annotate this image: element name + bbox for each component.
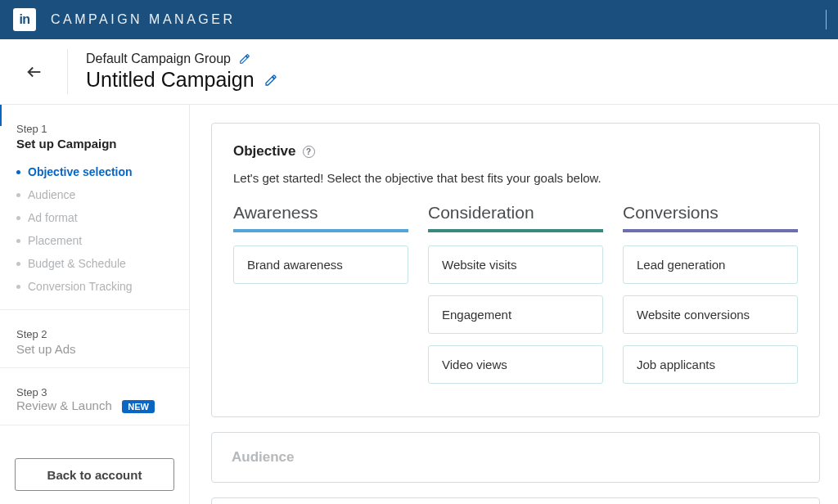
step-label: Step 2 xyxy=(16,328,173,340)
option-job-applicants[interactable]: Job applicants xyxy=(623,345,798,384)
column-rule xyxy=(233,229,408,232)
main-panel: Objective ? Let's get started! Select th… xyxy=(190,105,838,504)
objective-subtitle: Let's get started! Select the objective … xyxy=(233,171,798,185)
step-3-block[interactable]: Step 3 Review & Launch NEW xyxy=(0,368,189,425)
back-button[interactable] xyxy=(23,61,46,83)
column-rule xyxy=(428,229,603,232)
edit-group-icon[interactable] xyxy=(239,53,250,65)
option-brand-awareness[interactable]: Brand awareness xyxy=(233,245,408,284)
step-title: Review & Launch xyxy=(16,398,112,412)
campaign-name: Untitled Campaign xyxy=(86,68,255,92)
substep-conversion-tracking[interactable]: Conversion Tracking xyxy=(16,275,173,298)
step-title: Set up Campaign xyxy=(16,137,173,151)
column-heading: Conversions xyxy=(623,203,798,229)
option-website-conversions[interactable]: Website conversions xyxy=(623,295,798,334)
step-2-block[interactable]: Step 2 Set up Ads xyxy=(0,310,189,368)
linkedin-logo: in xyxy=(13,8,36,31)
ad-format-card[interactable]: Ad format xyxy=(211,497,820,504)
option-lead-generation[interactable]: Lead generation xyxy=(623,245,798,284)
collapsed-card-title: Audience xyxy=(232,449,800,466)
audience-card[interactable]: Audience xyxy=(211,432,820,483)
substep-list: Objective selection Audience Ad format P… xyxy=(16,160,173,298)
campaign-header: Default Campaign Group Untitled Campaign xyxy=(0,39,838,105)
column-rule xyxy=(623,229,798,232)
substep-placement[interactable]: Placement xyxy=(16,229,173,252)
substep-ad-format[interactable]: Ad format xyxy=(16,206,173,229)
column-heading: Consideration xyxy=(428,203,603,229)
objective-title: Objective xyxy=(233,143,296,160)
back-to-account-button[interactable]: Back to account xyxy=(15,458,174,491)
campaign-group-name: Default Campaign Group xyxy=(86,52,231,66)
objective-card: Objective ? Let's get started! Select th… xyxy=(211,123,820,417)
option-website-visits[interactable]: Website visits xyxy=(428,245,603,284)
top-bar: in CAMPAIGN MANAGER xyxy=(0,0,838,39)
option-video-views[interactable]: Video views xyxy=(428,345,603,384)
step-label: Step 1 xyxy=(16,123,173,135)
header-divider xyxy=(67,49,68,94)
step-title: Set up Ads xyxy=(16,342,173,356)
substep-objective-selection[interactable]: Objective selection xyxy=(16,160,173,183)
substep-budget-schedule[interactable]: Budget & Schedule xyxy=(16,252,173,275)
help-icon[interactable]: ? xyxy=(303,146,315,158)
step-1-block: Step 1 Set up Campaign Objective selecti… xyxy=(0,105,189,310)
column-consideration: Consideration Website visits Engagement … xyxy=(428,203,603,395)
option-engagement[interactable]: Engagement xyxy=(428,295,603,334)
column-heading: Awareness xyxy=(233,203,408,229)
app-title: CAMPAIGN MANAGER xyxy=(51,12,236,27)
substep-audience[interactable]: Audience xyxy=(16,183,173,206)
topbar-divider xyxy=(826,10,827,29)
sidebar: Step 1 Set up Campaign Objective selecti… xyxy=(0,105,190,504)
sidebar-footer: Back to account xyxy=(0,445,189,504)
column-awareness: Awareness Brand awareness xyxy=(233,203,408,395)
new-badge: NEW xyxy=(122,400,155,413)
column-conversions: Conversions Lead generation Website conv… xyxy=(623,203,798,395)
step-label: Step 3 xyxy=(16,386,173,398)
edit-campaign-icon[interactable] xyxy=(264,74,277,87)
